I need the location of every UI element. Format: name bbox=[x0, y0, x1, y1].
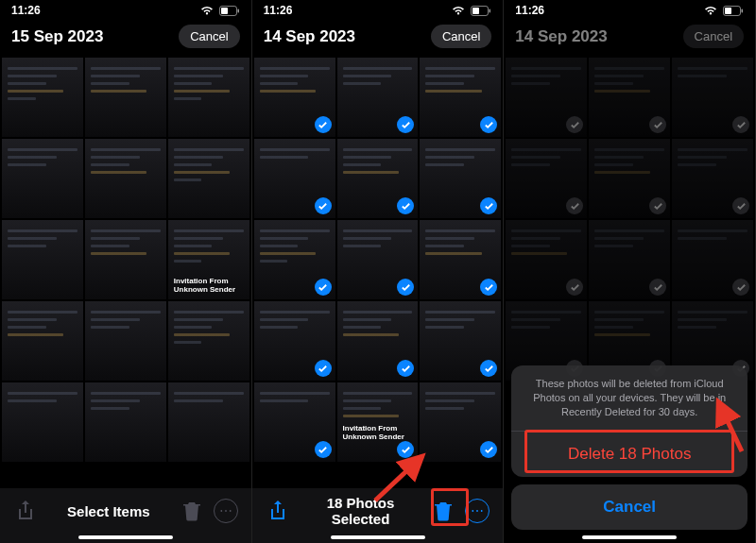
status-time: 11:26 bbox=[515, 4, 544, 17]
header: 15 Sep 2023 Cancel bbox=[0, 21, 251, 56]
checkmark-icon bbox=[315, 197, 332, 214]
photo-thumb[interactable] bbox=[254, 220, 335, 299]
photo-grid[interactable]: Invitation From Unknown Sender bbox=[0, 56, 251, 488]
svg-rect-7 bbox=[725, 8, 731, 14]
wifi-icon bbox=[452, 6, 465, 16]
status-bar: 11:26 bbox=[252, 0, 504, 21]
header: 14 Sep 2023 Cancel bbox=[252, 21, 504, 56]
photo-thumb[interactable] bbox=[420, 58, 501, 137]
home-indicator[interactable] bbox=[78, 535, 173, 539]
cancel-button[interactable]: Cancel bbox=[179, 25, 239, 48]
svg-rect-2 bbox=[237, 8, 239, 12]
share-button bbox=[13, 499, 38, 523]
screenshot-panel-3: 11:26 14 Sep 2023 Cancel These photos wi… bbox=[504, 0, 756, 543]
photo-thumb[interactable] bbox=[254, 139, 335, 218]
cancel-button: Cancel bbox=[683, 25, 744, 48]
photo-thumb[interactable] bbox=[168, 382, 249, 462]
trash-button[interactable] bbox=[431, 499, 455, 523]
photo-thumb[interactable] bbox=[337, 301, 419, 381]
photo-thumb[interactable] bbox=[337, 139, 419, 218]
battery-icon bbox=[723, 6, 744, 16]
photo-thumb[interactable] bbox=[85, 58, 166, 137]
trash-button bbox=[180, 499, 204, 523]
date-title: 15 Sep 2023 bbox=[11, 27, 103, 46]
status-bar: 11:26 bbox=[504, 0, 755, 21]
home-indicator[interactable] bbox=[582, 535, 677, 539]
photo-thumb[interactable] bbox=[254, 58, 335, 137]
photo-thumb[interactable] bbox=[2, 58, 83, 137]
action-sheet-block: These photos will be deleted from iCloud… bbox=[511, 365, 747, 477]
invitation-label: Invitation From Unknown Sender bbox=[174, 277, 244, 294]
screenshot-panel-2: 11:26 14 Sep 2023 Cancel Invitation From… bbox=[252, 0, 505, 543]
screenshot-panel-1: 11:26 15 Sep 2023 Cancel Invitation From… bbox=[0, 0, 252, 543]
toolbar-label: Select Items bbox=[47, 503, 170, 519]
photo-thumb[interactable] bbox=[2, 382, 83, 462]
photo-thumb[interactable]: Invitation From Unknown Sender bbox=[168, 220, 249, 299]
photo-thumb[interactable] bbox=[420, 220, 501, 299]
photo-thumb[interactable] bbox=[420, 139, 501, 218]
photo-thumb[interactable] bbox=[337, 58, 419, 137]
status-time: 11:26 bbox=[264, 4, 293, 17]
photo-thumb[interactable] bbox=[85, 139, 166, 218]
photo-thumb[interactable] bbox=[85, 220, 166, 299]
more-button: ⋯ bbox=[214, 499, 238, 523]
checkmark-icon bbox=[315, 441, 332, 458]
wifi-icon bbox=[200, 6, 214, 16]
cancel-button[interactable]: Cancel bbox=[431, 25, 491, 48]
more-button[interactable]: ⋯ bbox=[465, 499, 490, 523]
delete-photos-button[interactable]: Delete 18 Photos bbox=[511, 431, 747, 477]
date-title: 14 Sep 2023 bbox=[515, 27, 607, 46]
photo-thumb[interactable] bbox=[337, 220, 419, 299]
photo-thumb[interactable] bbox=[2, 301, 83, 381]
toolbar-label: 18 Photos Selected bbox=[300, 495, 422, 527]
photo-thumb[interactable] bbox=[254, 382, 335, 462]
photo-thumb[interactable] bbox=[420, 301, 501, 381]
svg-rect-5 bbox=[490, 8, 491, 12]
action-sheet-cancel-button[interactable]: Cancel bbox=[511, 484, 747, 530]
photo-thumb[interactable] bbox=[2, 139, 83, 218]
action-sheet-message: These photos will be deleted from iCloud… bbox=[511, 365, 747, 431]
photo-thumb[interactable] bbox=[168, 58, 249, 137]
status-bar: 11:26 bbox=[0, 0, 251, 21]
wifi-icon bbox=[704, 6, 717, 16]
photo-thumb[interactable] bbox=[254, 301, 335, 381]
share-button[interactable] bbox=[266, 499, 290, 523]
svg-rect-4 bbox=[472, 8, 479, 14]
photo-thumb[interactable] bbox=[2, 220, 83, 299]
date-title: 14 Sep 2023 bbox=[264, 27, 355, 46]
photo-thumb[interactable] bbox=[85, 301, 166, 381]
svg-rect-1 bbox=[221, 8, 228, 14]
svg-rect-8 bbox=[742, 8, 744, 12]
battery-icon bbox=[219, 6, 240, 16]
photo-grid[interactable]: Invitation From Unknown Sender bbox=[252, 56, 504, 488]
photo-thumb[interactable] bbox=[168, 301, 249, 381]
invitation-label: Invitation From Unknown Sender bbox=[343, 424, 413, 441]
battery-icon bbox=[471, 6, 491, 16]
header: 14 Sep 2023 Cancel bbox=[504, 21, 755, 56]
status-time: 11:26 bbox=[11, 4, 41, 17]
home-indicator[interactable] bbox=[331, 535, 425, 539]
delete-action-sheet: These photos will be deleted from iCloud… bbox=[511, 365, 747, 530]
checkmark-icon bbox=[315, 116, 332, 133]
checkmark-icon bbox=[315, 279, 332, 296]
photo-thumb[interactable] bbox=[85, 382, 166, 462]
photo-thumb[interactable]: Invitation From Unknown Sender bbox=[337, 382, 419, 462]
checkmark-icon bbox=[315, 360, 332, 377]
photo-thumb[interactable] bbox=[420, 382, 501, 462]
photo-thumb[interactable] bbox=[168, 139, 249, 218]
